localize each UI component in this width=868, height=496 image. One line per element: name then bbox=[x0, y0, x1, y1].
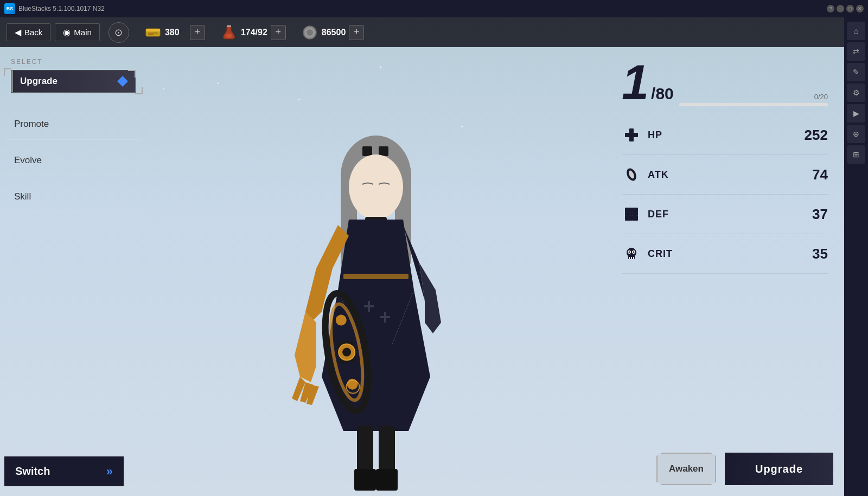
svg-point-7 bbox=[307, 29, 313, 36]
sidebar-btn-2[interactable]: ⇄ bbox=[847, 42, 865, 61]
alert-icon: ⊙ bbox=[114, 27, 123, 38]
coin-icon bbox=[301, 24, 318, 41]
flask-icon bbox=[220, 24, 238, 41]
svg-rect-16 bbox=[364, 305, 374, 307]
switch-label: Switch bbox=[15, 465, 50, 478]
add-coins-button[interactable]: + bbox=[349, 25, 364, 40]
evolve-menu-item[interactable]: Evolve bbox=[5, 145, 141, 176]
back-button[interactable]: ◀ Back bbox=[7, 23, 50, 41]
flask-value: 174/92 bbox=[241, 28, 267, 37]
svg-rect-50 bbox=[633, 257, 634, 259]
character-area bbox=[146, 47, 605, 496]
sidebar-btn-6[interactable]: ⊕ bbox=[847, 125, 865, 143]
svg-rect-36 bbox=[625, 208, 630, 213]
hp-value: 252 bbox=[805, 127, 828, 144]
upgrade-main-label: Upgrade bbox=[755, 463, 803, 475]
add-flask-button[interactable]: + bbox=[271, 25, 286, 40]
exp-label: 0/20 bbox=[814, 93, 828, 101]
crit-icon bbox=[622, 244, 641, 263]
skill-label: Skill bbox=[14, 191, 31, 202]
svg-rect-48 bbox=[629, 257, 630, 259]
ticket-value: 380 bbox=[165, 28, 187, 37]
coin-value: 86500 bbox=[322, 28, 346, 37]
main-button[interactable]: ◉ Main bbox=[55, 23, 100, 41]
switch-button[interactable]: Switch » bbox=[4, 456, 124, 486]
svg-rect-30 bbox=[354, 469, 376, 491]
svg-rect-3 bbox=[148, 34, 154, 35]
level-max: /80 bbox=[651, 85, 674, 103]
crit-name: CRIT bbox=[648, 248, 812, 260]
resource-group-tickets: 380 + bbox=[144, 24, 205, 41]
titlebar-title: BlueStacks 5.1.100.1017 N32 bbox=[18, 5, 827, 12]
window-controls: ? — □ ✕ bbox=[827, 5, 864, 12]
svg-rect-1 bbox=[146, 29, 160, 31]
svg-point-46 bbox=[629, 252, 630, 253]
titlebar: BS BlueStacks 5.1.100.1017 N32 ? — □ ✕ bbox=[0, 0, 868, 17]
main-label: Main bbox=[74, 28, 92, 37]
svg-rect-39 bbox=[633, 215, 638, 221]
level-number: 1 bbox=[622, 58, 649, 107]
minimize-button[interactable]: — bbox=[837, 5, 844, 12]
def-value: 37 bbox=[812, 206, 828, 223]
def-name: DEF bbox=[648, 209, 812, 220]
bottom-buttons: Awaken Upgrade bbox=[656, 453, 833, 485]
add-tickets-button[interactable]: + bbox=[190, 25, 205, 40]
stat-row-crit: CRIT 35 bbox=[622, 234, 828, 274]
resource-group-flask: 174/92 + bbox=[220, 24, 286, 41]
bracket-br bbox=[135, 87, 143, 94]
main-icon: ◉ bbox=[63, 27, 71, 37]
svg-rect-18 bbox=[380, 316, 390, 318]
svg-rect-12 bbox=[379, 146, 388, 156]
atk-value: 74 bbox=[812, 166, 828, 183]
upgrade-main-button[interactable]: Upgrade bbox=[725, 453, 833, 485]
bluestacks-sidebar: ⌂ ⇄ ✎ ⚙ ▶ ⊕ ⊞ bbox=[844, 17, 868, 496]
select-label: SELECT bbox=[11, 58, 146, 66]
left-panel: SELECT Upgrade Promote Evolve Skill bbox=[0, 47, 146, 496]
promote-menu-item[interactable]: Promote bbox=[5, 109, 141, 140]
svg-point-4 bbox=[226, 34, 232, 38]
upgrade-menu-item[interactable]: Upgrade bbox=[11, 70, 136, 93]
sidebar-btn-5[interactable]: ▶ bbox=[847, 104, 865, 123]
top-nav: ◀ Back ◉ Main ⊙ 380 + bbox=[0, 17, 844, 47]
maximize-button[interactable]: □ bbox=[846, 5, 854, 12]
switch-arrows-icon: » bbox=[106, 465, 113, 479]
sidebar-btn-1[interactable]: ⌂ bbox=[847, 22, 865, 40]
resource-group-coins: 86500 + bbox=[301, 24, 365, 41]
svg-rect-19 bbox=[343, 274, 409, 279]
atk-name: ATK bbox=[648, 169, 812, 181]
svg-point-13 bbox=[349, 154, 403, 220]
sidebar-btn-3[interactable]: ✎ bbox=[847, 63, 865, 81]
close-button[interactable]: ✕ bbox=[856, 5, 864, 12]
help-button[interactable]: ? bbox=[827, 5, 834, 12]
ticket-icon bbox=[144, 24, 162, 41]
svg-rect-33 bbox=[625, 133, 638, 137]
sidebar-btn-7[interactable]: ⊞ bbox=[847, 145, 865, 164]
svg-rect-41 bbox=[625, 213, 638, 215]
bracket-tl bbox=[4, 68, 11, 76]
hp-icon bbox=[622, 125, 641, 145]
upgrade-menu-container: Upgrade bbox=[5, 70, 141, 93]
def-icon bbox=[622, 204, 641, 224]
atk-icon bbox=[622, 165, 641, 184]
back-icon: ◀ bbox=[15, 27, 21, 37]
svg-rect-38 bbox=[625, 215, 630, 221]
svg-rect-2 bbox=[148, 33, 158, 34]
evolve-label: Evolve bbox=[14, 155, 42, 166]
diamond-icon bbox=[117, 76, 128, 87]
crit-value: 35 bbox=[812, 246, 828, 262]
awaken-label: Awaken bbox=[669, 463, 704, 474]
level-display: 1 /80 0/20 bbox=[622, 58, 828, 107]
upgrade-label: Upgrade bbox=[20, 76, 58, 87]
stat-row-atk: ATK 74 bbox=[622, 155, 828, 195]
awaken-button[interactable]: Awaken bbox=[656, 453, 716, 485]
level-bar-container: 0/20 bbox=[679, 93, 828, 106]
svg-rect-11 bbox=[362, 146, 372, 156]
character-sprite bbox=[262, 117, 490, 496]
alert-button[interactable]: ⊙ bbox=[108, 22, 129, 43]
back-label: Back bbox=[24, 28, 42, 37]
stats-panel: 1 /80 0/20 HP 252 bbox=[605, 47, 844, 496]
sidebar-btn-4[interactable]: ⚙ bbox=[847, 83, 865, 102]
svg-point-47 bbox=[633, 252, 635, 253]
promote-label: Promote bbox=[14, 119, 49, 130]
skill-menu-item[interactable]: Skill bbox=[5, 182, 141, 212]
